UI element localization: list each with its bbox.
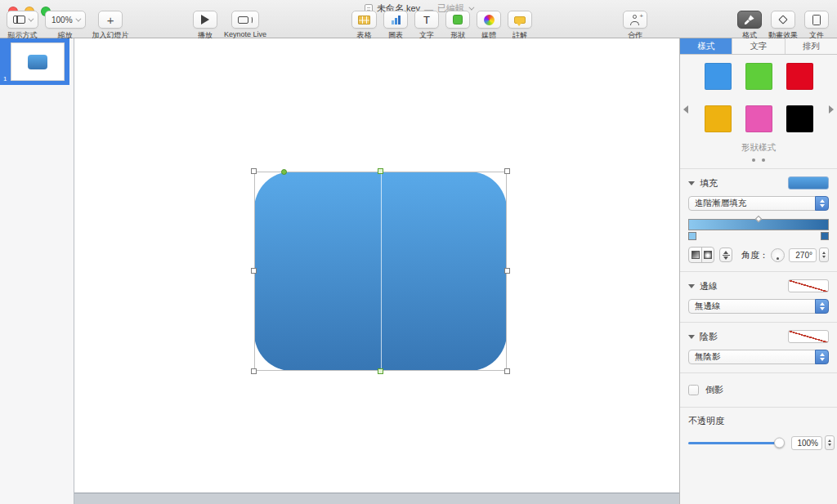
toolbar-play-group: 播放 Keynote Live <box>193 11 266 41</box>
gradient-controls-row: 角度： 270° <box>688 247 829 263</box>
slide-thumbnail-selected[interactable]: 1 <box>0 38 69 85</box>
play-button[interactable]: 播放 <box>193 11 217 41</box>
angle-stepper[interactable] <box>819 248 829 262</box>
chevron-down-icon[interactable] <box>468 5 474 11</box>
fill-color-well[interactable] <box>788 176 829 190</box>
fill-section: 填充 進階漸層填充 <box>680 168 837 271</box>
format-label: 格式 <box>742 30 757 41</box>
angle-dial[interactable] <box>771 248 785 262</box>
comment-icon <box>514 16 526 24</box>
shadow-type-value: 無陰影 <box>695 351 721 363</box>
insert-media-button[interactable]: 媒體 <box>477 11 501 41</box>
gradient-bar[interactable] <box>688 219 829 230</box>
play-icon <box>201 15 209 25</box>
border-color-well[interactable] <box>788 279 829 292</box>
style-swatch-pink[interactable] <box>745 105 772 132</box>
flip-up-icon <box>723 251 728 254</box>
format-brush-icon <box>744 14 755 25</box>
opacity-slider-knob[interactable] <box>774 438 785 448</box>
resize-handle-bottom-right[interactable] <box>504 368 510 374</box>
inspector-tabs: 樣式 文字 排列 <box>680 38 837 55</box>
toolbar-buttons-row: 顯示方式 100% 縮放 + 加入幻燈片 播放 <box>0 11 837 38</box>
gradient-handle-bottom[interactable] <box>378 368 383 374</box>
style-swatch-black[interactable] <box>786 105 813 132</box>
resize-handle-top-right[interactable] <box>504 168 510 174</box>
shadow-type-select[interactable]: 無陰影 <box>688 350 829 364</box>
document-panel-button[interactable]: 文件 <box>804 11 829 41</box>
radial-gradient-icon <box>704 251 712 259</box>
opacity-stepper[interactable] <box>825 435 835 450</box>
insert-comment-button[interactable]: 註解 <box>508 11 532 41</box>
toolbar-collab-group: + 合作 <box>623 11 647 41</box>
insert-chart-button[interactable]: 圖表 <box>383 11 408 41</box>
view-options-button[interactable]: 顯示方式 <box>7 11 38 41</box>
style-swatch-yellow[interactable] <box>705 105 732 132</box>
main-area: 1 樣式 文字 <box>0 38 837 504</box>
angle-dial-dot-icon <box>777 257 779 260</box>
shadow-color-well[interactable] <box>788 330 829 343</box>
add-slide-button[interactable]: + 加入幻燈片 <box>92 11 129 41</box>
opacity-slider[interactable] <box>688 442 780 444</box>
disclosure-triangle-icon[interactable] <box>688 284 695 288</box>
format-panel-button[interactable]: 格式 <box>737 11 762 41</box>
disclosure-triangle-icon[interactable] <box>688 181 695 185</box>
shadow-section: 陰影 無陰影 <box>680 322 837 372</box>
format-inspector: 樣式 文字 排列 形狀樣式 <box>679 38 837 504</box>
shape-icon <box>453 15 463 25</box>
style-swatch-red[interactable] <box>786 63 813 90</box>
zoom-button[interactable]: 100% 縮放 <box>45 11 86 41</box>
animate-panel-button[interactable]: 動畫效果 <box>768 11 798 41</box>
collaborate-button[interactable]: + 合作 <box>623 11 647 41</box>
swatch-pager-next-icon[interactable] <box>829 105 834 114</box>
resize-handle-bottom-left[interactable] <box>251 368 257 374</box>
angle-input[interactable]: 270° <box>789 248 817 262</box>
tab-style[interactable]: 樣式 <box>680 38 732 54</box>
page-dot[interactable] <box>762 158 765 162</box>
resize-handle-top-left[interactable] <box>251 168 257 174</box>
fill-type-select[interactable]: 進階漸層填充 <box>688 196 829 211</box>
plus-icon: + <box>107 14 114 26</box>
corner-radius-handle[interactable] <box>281 169 287 175</box>
keynote-live-label: Keynote Live <box>224 30 266 38</box>
stepper-up-icon <box>822 252 826 254</box>
table-icon <box>358 16 370 25</box>
view-options-icon <box>13 16 25 24</box>
insert-text-button[interactable]: T 文字 <box>414 11 439 41</box>
insert-table-button[interactable]: 表格 <box>351 11 377 41</box>
broadcast-waves-icon <box>249 16 253 24</box>
flip-line-icon <box>723 255 730 256</box>
style-swatch-blue[interactable] <box>705 63 732 90</box>
slide-number: 1 <box>3 75 7 83</box>
border-type-value: 無邊線 <box>695 301 721 312</box>
page-dot[interactable] <box>752 158 755 162</box>
insert-shape-button[interactable]: 形狀 <box>445 11 470 41</box>
linear-gradient-icon <box>692 251 700 259</box>
reflection-checkbox[interactable] <box>688 385 699 395</box>
resize-handle-middle-right[interactable] <box>504 268 510 274</box>
thumbnail-shape <box>28 55 47 69</box>
disclosure-triangle-icon[interactable] <box>688 335 695 339</box>
style-swatch-green[interactable] <box>745 63 772 90</box>
selected-shape-container <box>254 172 507 371</box>
swatch-pager-prev-icon[interactable] <box>683 105 688 114</box>
linear-gradient-button[interactable] <box>689 248 701 262</box>
gradient-handle-top[interactable] <box>378 168 383 174</box>
gradient-type-segmented-control <box>688 247 714 263</box>
gradient-flip-button[interactable] <box>719 248 732 262</box>
gradient-stop-end[interactable] <box>821 232 829 240</box>
opacity-input[interactable]: 100% <box>791 436 822 450</box>
radial-gradient-button[interactable] <box>701 248 714 262</box>
reflection-label: 倒影 <box>705 384 723 396</box>
chevron-down-icon <box>28 16 34 21</box>
gradient-midpoint-handle[interactable] <box>755 216 762 222</box>
text-icon: T <box>423 15 430 25</box>
chevron-down-icon <box>75 16 81 21</box>
shape-styles-section: 形狀樣式 <box>680 55 837 168</box>
resize-handle-middle-left[interactable] <box>251 268 257 274</box>
popup-stepper-icon <box>815 196 829 211</box>
keynote-live-button[interactable]: Keynote Live <box>224 11 266 38</box>
border-type-select[interactable]: 無邊線 <box>688 299 829 314</box>
shadow-section-title: 陰影 <box>700 331 718 343</box>
document-panel-icon <box>812 15 821 25</box>
gradient-stop-start[interactable] <box>688 232 696 240</box>
